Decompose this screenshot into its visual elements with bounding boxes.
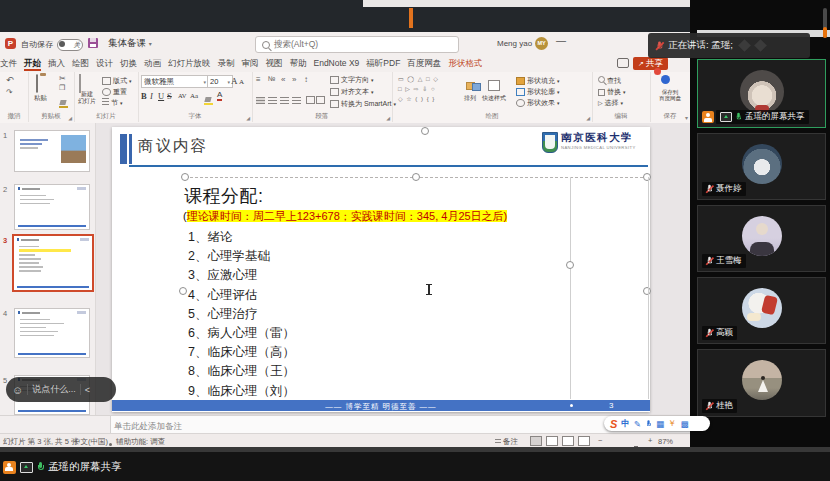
reading-view-button[interactable] xyxy=(562,436,574,446)
arrange-label[interactable]: 排列 xyxy=(464,94,476,103)
tab-draw[interactable]: 绘图 xyxy=(72,56,89,71)
thumbnail-slide-1[interactable] xyxy=(14,130,90,172)
align-text-button[interactable]: 对齐文本 ▾ xyxy=(330,87,373,97)
ime-keyboard-icon[interactable]: ▦ xyxy=(656,419,664,429)
resize-handle[interactable] xyxy=(412,173,420,181)
tab-endnote[interactable]: EndNote X9 xyxy=(314,56,360,71)
tab-transitions[interactable]: 切换 xyxy=(120,56,137,71)
slide-heading[interactable]: 课程分配: xyxy=(184,184,264,208)
thumbnail-slide-4[interactable] xyxy=(14,308,90,358)
tab-file[interactable]: 文件 xyxy=(0,56,17,71)
layout-button[interactable]: 版式 ▾ xyxy=(102,76,131,86)
highlight-color-icon[interactable] xyxy=(204,91,213,109)
normal-view-button[interactable] xyxy=(530,436,542,446)
slideshow-button[interactable] xyxy=(578,436,590,446)
tab-view[interactable]: 视图 xyxy=(266,56,283,71)
minimize-button[interactable]: — xyxy=(556,35,566,46)
shape-fill-button[interactable]: 形状填充 ▾ xyxy=(516,76,559,86)
reset-button[interactable]: 重置 xyxy=(102,87,127,97)
notes-toggle-button[interactable]: 备注 xyxy=(495,437,518,447)
collapse-ribbon-icon[interactable]: ▾ xyxy=(685,114,688,121)
tab-slideshow[interactable]: 幻灯片放映 xyxy=(168,56,211,71)
shape-effects-button[interactable]: 形状效果 ▾ xyxy=(516,98,559,108)
share-button[interactable]: ↗ 共享 xyxy=(633,57,668,70)
font-size-select[interactable]: 20▾ xyxy=(207,75,233,88)
comments-icon[interactable] xyxy=(617,58,629,68)
underline-button[interactable]: U xyxy=(158,91,164,101)
justify-button[interactable] xyxy=(292,90,301,108)
tab-design[interactable]: 设计 xyxy=(96,56,113,71)
resize-handle[interactable] xyxy=(643,287,651,295)
resize-handle[interactable] xyxy=(179,287,187,295)
tab-baidu[interactable]: 百度网盘 xyxy=(407,56,441,71)
font-name-select[interactable]: 微软雅黑▾ xyxy=(141,75,209,88)
copy-icon[interactable]: ❐ xyxy=(59,84,65,92)
resize-handle[interactable] xyxy=(181,173,189,181)
bullets-icon[interactable]: ≡ xyxy=(256,75,261,84)
dialog-launcher-icon[interactable]: ◢ xyxy=(386,115,390,121)
participant-tile[interactable]: 聂作婷 xyxy=(697,133,826,200)
ime-toolbox-icon[interactable]: ▩ xyxy=(681,419,689,429)
account-chip[interactable]: Meng yao MY xyxy=(497,37,548,50)
tab-insert[interactable]: 插入 xyxy=(48,56,65,71)
search-input[interactable]: 搜索(Alt+Q) xyxy=(255,36,459,53)
zoom-out-button[interactable]: − xyxy=(598,436,602,445)
align-center-button[interactable] xyxy=(268,90,277,108)
scrollbar[interactable] xyxy=(823,8,827,38)
change-case-icon[interactable]: Aa xyxy=(190,92,198,100)
tab-review[interactable]: 审阅 xyxy=(242,56,259,71)
tab-record[interactable]: 录制 xyxy=(218,56,235,71)
increase-indent-icon[interactable]: » xyxy=(292,75,296,84)
tab-animations[interactable]: 动画 xyxy=(144,56,161,71)
text-direction-button[interactable]: 文字方向 ▾ xyxy=(330,75,373,85)
dialog-launcher-icon[interactable]: ◢ xyxy=(68,115,72,121)
paste-icon[interactable] xyxy=(36,74,38,93)
grow-font-icon[interactable]: A xyxy=(231,76,238,86)
zoom-in-button[interactable]: + xyxy=(648,436,652,445)
participant-tile[interactable]: 桂艳 xyxy=(697,349,826,417)
arrange-icon[interactable] xyxy=(466,76,481,94)
resize-handle[interactable] xyxy=(566,261,574,269)
shapes-gallery-row1[interactable]: ▭ ◯ △ □ ◇ xyxy=(398,75,439,82)
bold-button[interactable]: B xyxy=(141,91,147,101)
chat-collapse-button[interactable]: < xyxy=(85,385,90,395)
participant-tile[interactable]: 王雪梅 xyxy=(697,205,826,272)
tab-foxit[interactable]: 福昕PDF xyxy=(366,56,400,71)
sogou-logo-icon[interactable]: S xyxy=(610,418,617,430)
ime-shop-icon[interactable]: ￥ xyxy=(668,418,677,430)
dialog-launcher-icon[interactable]: ◢ xyxy=(586,115,590,121)
participant-tile[interactable]: 高颖 xyxy=(697,277,826,344)
paste-label[interactable]: 粘贴 xyxy=(34,94,47,103)
ime-voice-icon[interactable] xyxy=(646,420,651,428)
resize-handle[interactable] xyxy=(643,173,651,181)
italic-button[interactable]: I xyxy=(150,91,153,101)
emoji-icon[interactable]: ☺ xyxy=(12,384,23,396)
select-button[interactable]: ▷ 选择 ▾ xyxy=(598,98,623,108)
strikethrough-button[interactable]: S xyxy=(167,91,172,101)
tab-help[interactable]: 帮助 xyxy=(290,56,307,71)
chat-input-placeholder[interactable]: 说点什么... xyxy=(32,383,76,396)
thumbnail-slide-3-selected[interactable] xyxy=(12,234,94,292)
zoom-level[interactable]: 87% xyxy=(658,437,673,446)
meeting-chat-pill[interactable]: ☺ 说点什么... < xyxy=(6,377,116,402)
rotate-handle[interactable] xyxy=(421,127,429,135)
undo-icon[interactable]: ↶ xyxy=(6,75,14,85)
tab-shape-format[interactable]: 形状格式 xyxy=(448,56,482,71)
section-button[interactable]: 节 ▾ xyxy=(102,98,122,108)
new-slide-label[interactable]: 新建幻灯片 xyxy=(77,91,97,104)
thumbnail-slide-2[interactable] xyxy=(14,184,90,230)
line-spacing-icon[interactable]: ↕ xyxy=(304,75,308,84)
decrease-indent-icon[interactable]: « xyxy=(281,75,285,84)
scrollbar-thumb[interactable] xyxy=(823,27,827,38)
font-color-icon[interactable]: A xyxy=(217,91,222,101)
document-title[interactable]: 集体备课 ▾ xyxy=(108,37,152,50)
tab-home[interactable]: 开始 xyxy=(24,56,41,71)
shapes-gallery-row2[interactable]: □ ▷ ⇨ ⇩ ○ xyxy=(398,85,436,92)
smartart-button[interactable]: 转换为 SmartArt ▾ xyxy=(330,99,396,109)
numbering-icon[interactable]: № xyxy=(268,75,276,82)
cut-icon[interactable]: ✂ xyxy=(59,74,66,83)
shape-outline-button[interactable]: 形状轮廓 ▾ xyxy=(516,87,559,97)
redo-icon[interactable]: ↷ xyxy=(6,88,13,97)
quick-styles-icon[interactable] xyxy=(488,76,500,94)
slide-title[interactable]: 商议内容 xyxy=(138,136,208,157)
